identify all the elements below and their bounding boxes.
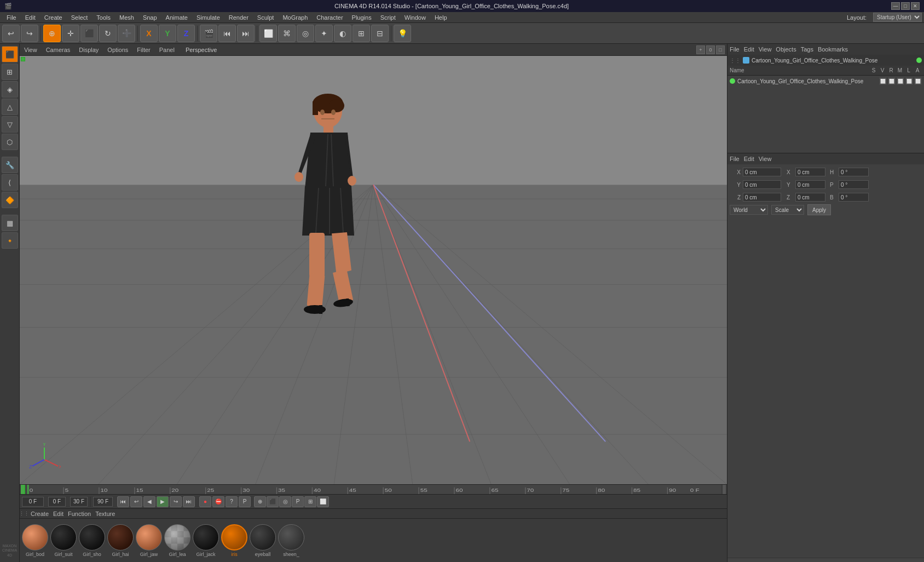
scale-tool-button[interactable]: ⬛	[80, 25, 98, 42]
magnet-button[interactable]: 🔶	[2, 192, 18, 208]
obj-mgr-tags[interactable]: Tags	[801, 46, 813, 53]
bottom-scrollbar[interactable]	[727, 558, 924, 562]
play-back-button[interactable]: ◀	[143, 496, 155, 507]
effector-button[interactable]: ◐	[334, 25, 351, 42]
obj-mgr-bookmarks[interactable]: Bookmarks	[818, 46, 848, 53]
tab-view[interactable]: View	[22, 45, 39, 54]
material-girl-jacket[interactable]: Girl_jack	[193, 524, 219, 557]
menu-plugins[interactable]: Plugins	[348, 13, 376, 22]
camera-button[interactable]: ⊞	[353, 25, 370, 42]
menu-animate[interactable]: Animate	[161, 13, 192, 22]
tab-panel[interactable]: Panel	[157, 45, 177, 54]
redo-button[interactable]: ↪	[21, 25, 38, 42]
menu-mesh[interactable]: Mesh	[115, 13, 138, 22]
viewport-plus-button[interactable]: +	[696, 45, 705, 54]
material-girl-leather[interactable]: Girl_lea	[164, 524, 190, 557]
menu-mograph[interactable]: MoGraph	[278, 13, 312, 22]
move-tool-button[interactable]: ✛	[62, 25, 79, 42]
timeline-button[interactable]: P	[292, 496, 304, 507]
obj-mgr-file[interactable]: File	[730, 46, 740, 53]
play-options-button[interactable]: P	[239, 496, 251, 507]
undo-button[interactable]: ↩	[2, 25, 20, 42]
3d-viewport[interactable]: X Y Z	[20, 56, 727, 484]
material-iris[interactable]: iris	[221, 524, 247, 557]
material-girl-shoes[interactable]: Girl_sho	[79, 524, 105, 557]
frame-start-input[interactable]	[48, 497, 66, 507]
menu-character[interactable]: Character	[312, 13, 347, 22]
tab-options[interactable]: Options	[105, 45, 130, 54]
obj-mgr-objects[interactable]: Objects	[776, 46, 796, 53]
viewport-zero-button[interactable]: 0	[706, 45, 715, 54]
motion-clip-button[interactable]: ⬛	[267, 496, 279, 507]
attr-mgr-edit[interactable]: Edit	[744, 156, 754, 162]
y-field[interactable]	[743, 180, 781, 189]
obj-icon-0[interactable]: ⬜	[879, 77, 887, 85]
add-button[interactable]: ➕	[118, 25, 135, 42]
layout-dropdown[interactable]: Startup (User)	[873, 13, 922, 22]
minimize-button[interactable]: —	[891, 2, 900, 10]
b-field[interactable]	[839, 193, 869, 202]
record-button[interactable]: ⏮	[218, 25, 236, 42]
menu-snap[interactable]: Snap	[138, 13, 161, 22]
menu-window[interactable]: Window	[400, 13, 430, 22]
keyframe-button[interactable]: 🎬	[200, 25, 217, 42]
timeline-track[interactable]: 0 5 10 15 20 25 30 35 40	[25, 485, 721, 494]
nurbs-button[interactable]: ⌘	[278, 25, 296, 42]
knife-tool-button[interactable]: ⟨	[2, 174, 18, 191]
spline-button[interactable]: ◎	[297, 25, 314, 42]
texture-mode-button[interactable]: ⊞	[2, 64, 18, 80]
go-next-key-button[interactable]: ↪	[170, 496, 182, 507]
light-button[interactable]: ⊟	[371, 25, 389, 42]
play-forward-button[interactable]: ▶	[157, 496, 169, 507]
menu-create[interactable]: Create	[40, 13, 67, 22]
apply-button[interactable]: Apply	[807, 204, 831, 215]
menu-file[interactable]: File	[2, 13, 21, 22]
obj-mgr-edit[interactable]: Edit	[744, 46, 754, 53]
deform-button[interactable]: ✦	[315, 25, 333, 42]
schematic-button[interactable]: ⬜	[317, 496, 329, 507]
frame-end-input[interactable]	[93, 497, 113, 507]
timeline-ruler[interactable]: 0 5 10 15 20 25 30 35 40	[20, 484, 727, 494]
auto-key-button[interactable]: ⛔	[212, 496, 224, 507]
obj-mgr-view[interactable]: View	[759, 46, 772, 53]
select-tool-button[interactable]: ⊕	[43, 25, 61, 42]
material-girl-hair[interactable]: Girl_hai	[107, 524, 134, 557]
record-button[interactable]: ●	[199, 496, 211, 507]
object-row[interactable]: Cartoon_Young_Girl_Office_Clothes_Walkin…	[727, 76, 924, 87]
point-mode-button[interactable]: ▽	[2, 116, 18, 133]
attr-mgr-file[interactable]: File	[730, 156, 740, 162]
fps-input[interactable]	[70, 497, 88, 507]
tab-filter[interactable]: Filter	[135, 45, 152, 54]
obj-icon-4[interactable]: ⬜	[914, 77, 922, 85]
go-prev-key-button[interactable]: ↩	[130, 496, 142, 507]
h-field[interactable]	[839, 168, 869, 176]
z2-field[interactable]	[795, 193, 825, 202]
materials-texture[interactable]: Texture	[95, 511, 115, 517]
tab-cameras[interactable]: Cameras	[44, 45, 73, 54]
material-girl-jaw[interactable]: Girl_jaw	[136, 524, 162, 557]
menu-script[interactable]: Script	[376, 13, 400, 22]
material-girl-suit[interactable]: Girl_suit	[50, 524, 77, 557]
x-axis-button[interactable]: X	[140, 25, 158, 42]
z-field[interactable]	[743, 193, 781, 202]
object-mode-button[interactable]: ⬡	[2, 134, 18, 150]
x2-field[interactable]	[795, 168, 825, 176]
coord-system-dropdown[interactable]: World	[730, 205, 768, 215]
viewport-square-button[interactable]: □	[716, 45, 725, 54]
layer-button[interactable]: ▦	[2, 215, 18, 231]
mat-button[interactable]: 🔸	[2, 232, 18, 249]
current-frame-input[interactable]	[22, 497, 44, 507]
materials-edit[interactable]: Edit	[53, 511, 63, 517]
z-axis-button[interactable]: Z	[177, 25, 195, 42]
material-girl-body[interactable]: Girl_bod	[22, 524, 48, 557]
menu-simulate[interactable]: Simulate	[192, 13, 224, 22]
brush-tool-button[interactable]: 🔧	[2, 157, 18, 173]
render-btn[interactable]: 💡	[394, 25, 411, 42]
y-axis-button[interactable]: Y	[159, 25, 176, 42]
obj-icon-1[interactable]: ⬜	[888, 77, 896, 85]
motion-button[interactable]: ⊞	[304, 496, 316, 507]
menu-help[interactable]: Help	[430, 13, 452, 22]
menu-sculpt[interactable]: Sculpt	[253, 13, 279, 22]
materials-create[interactable]: Create	[31, 511, 49, 517]
menu-render[interactable]: Render	[224, 13, 253, 22]
